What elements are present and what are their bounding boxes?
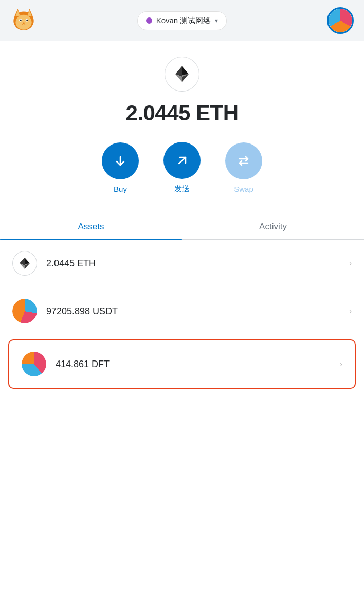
svg-point-9 <box>26 19 28 21</box>
tabs-container: Assets Activity <box>0 214 364 240</box>
wallet-balance: 2.0445 ETH <box>125 101 238 125</box>
svg-point-10 <box>23 22 25 24</box>
usdt-icon-graphic <box>12 299 37 323</box>
tab-activity[interactable]: Activity <box>182 214 364 239</box>
buy-button-wrapper[interactable]: Buy <box>102 142 139 193</box>
chevron-down-icon: ▾ <box>215 17 218 24</box>
svg-line-17 <box>179 157 186 164</box>
eth-asset-amount: 2.0445 ETH <box>46 258 349 269</box>
svg-marker-22 <box>25 258 30 264</box>
swap-label: Swap <box>234 185 253 193</box>
eth-row-chevron: › <box>349 259 352 268</box>
dft-asset-amount: 414.861 DFT <box>56 359 340 370</box>
svg-marker-15 <box>182 66 189 75</box>
network-indicator-dot <box>146 17 152 24</box>
svg-marker-23 <box>20 258 25 264</box>
avatar-image <box>329 9 352 32</box>
network-selector[interactable]: Kovan 测试网络 ▾ <box>137 11 227 30</box>
swap-button[interactable] <box>225 142 262 179</box>
tab-assets[interactable]: Assets <box>0 214 182 239</box>
svg-point-8 <box>20 19 22 21</box>
send-button[interactable] <box>163 142 201 179</box>
svg-marker-16 <box>175 66 182 75</box>
usdt-asset-icon <box>12 299 37 323</box>
send-label: 发送 <box>174 184 190 194</box>
main-content: 2.0445 ETH Buy 发送 <box>0 41 364 613</box>
asset-row-usdt[interactable]: 97205.898 USDT › <box>0 287 364 335</box>
metamask-logo <box>10 6 37 35</box>
asset-row-eth[interactable]: 2.0445 ETH › <box>0 240 364 287</box>
usdt-asset-amount: 97205.898 USDT <box>46 306 349 317</box>
dft-asset-icon <box>22 352 46 376</box>
swap-button-wrapper[interactable]: Swap <box>225 142 262 193</box>
asset-list: 2.0445 ETH › 97205.898 USDT › 414.861 DF… <box>0 240 364 393</box>
asset-row-dft[interactable]: 414.861 DFT › <box>8 339 356 389</box>
buy-label: Buy <box>114 185 127 193</box>
svg-point-5 <box>15 15 31 30</box>
header: Kovan 测试网络 ▾ <box>0 0 364 41</box>
eth-asset-icon <box>12 251 37 276</box>
buy-button[interactable] <box>102 142 139 179</box>
action-buttons-row: Buy 发送 Swap <box>102 142 262 194</box>
account-avatar[interactable] <box>327 7 354 34</box>
dft-icon-graphic <box>22 352 46 376</box>
eth-logo-icon <box>165 57 199 92</box>
network-name-label: Kovan 测试网络 <box>156 16 211 26</box>
send-button-wrapper[interactable]: 发送 <box>163 142 201 194</box>
dft-row-chevron: › <box>340 359 342 369</box>
usdt-row-chevron: › <box>349 306 352 316</box>
